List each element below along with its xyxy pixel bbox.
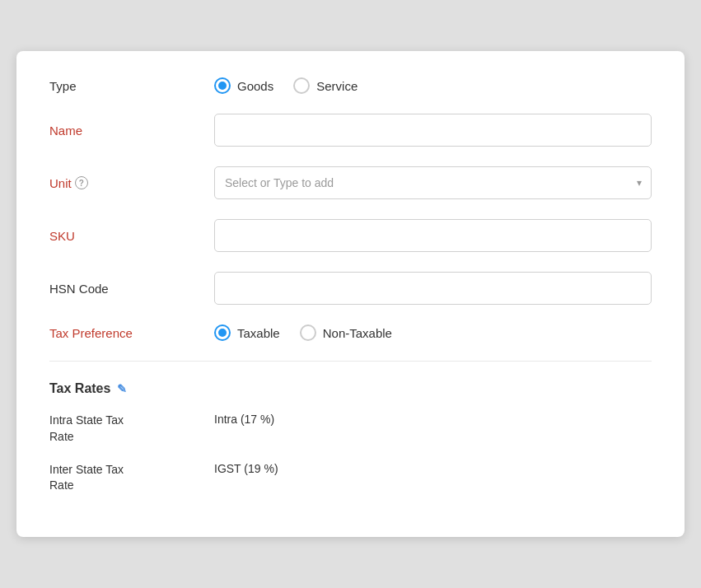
- taxable-label: Taxable: [237, 326, 280, 340]
- type-goods-radio-circle: [214, 77, 231, 94]
- form-card: Type Goods Service Name Unit ? Select o: [16, 51, 685, 536]
- name-label: Name: [49, 124, 214, 138]
- unit-row: Unit ? Select or Type to add ▾: [49, 166, 652, 199]
- name-input[interactable]: [214, 114, 652, 147]
- sku-input[interactable]: [214, 219, 652, 252]
- type-service-radio-circle: [293, 77, 310, 94]
- hsn-row: HSN Code: [49, 272, 652, 305]
- non-taxable-radio-circle: [300, 324, 316, 341]
- unit-select-wrapper: Select or Type to add ▾: [214, 166, 652, 199]
- tax-preference-radio-group: Taxable Non-Taxable: [214, 324, 392, 341]
- non-taxable-label: Non-Taxable: [323, 326, 392, 340]
- unit-help-icon[interactable]: ?: [75, 176, 88, 189]
- taxable-radio-circle: [214, 324, 231, 341]
- tax-preference-row: Tax Preference Taxable Non-Taxable: [49, 324, 652, 341]
- hsn-label: HSN Code: [49, 282, 214, 296]
- type-radio-group: Goods Service: [214, 77, 358, 94]
- intra-state-tax-label: Intra State TaxRate: [49, 413, 214, 445]
- intra-state-tax-value: Intra (17 %): [214, 413, 274, 426]
- tax-rates-edit-icon[interactable]: ✎: [117, 382, 127, 395]
- sku-label: SKU: [49, 229, 214, 243]
- inter-state-tax-value: IGST (19 %): [214, 462, 278, 475]
- name-row: Name: [49, 114, 652, 147]
- taxable-option[interactable]: Taxable: [214, 324, 280, 341]
- unit-label: Unit ?: [49, 176, 214, 190]
- type-goods-option[interactable]: Goods: [214, 77, 273, 94]
- tax-rates-section-title: Tax Rates ✎: [49, 381, 652, 396]
- intra-state-tax-row: Intra State TaxRate Intra (17 %): [49, 413, 652, 445]
- hsn-input[interactable]: [214, 272, 652, 305]
- inter-state-tax-row: Inter State TaxRate IGST (19 %): [49, 462, 652, 494]
- type-service-option[interactable]: Service: [293, 77, 358, 94]
- type-goods-label: Goods: [237, 79, 273, 93]
- type-label: Type: [49, 79, 214, 93]
- tax-preference-label: Tax Preference: [49, 326, 214, 340]
- non-taxable-option[interactable]: Non-Taxable: [300, 324, 392, 341]
- sku-row: SKU: [49, 219, 652, 252]
- type-service-label: Service: [316, 79, 358, 93]
- inter-state-tax-label: Inter State TaxRate: [49, 462, 214, 494]
- unit-select[interactable]: Select or Type to add: [214, 166, 652, 199]
- tax-rates-title-text: Tax Rates: [49, 381, 110, 396]
- type-row: Type Goods Service: [49, 77, 652, 94]
- section-divider: [49, 361, 652, 362]
